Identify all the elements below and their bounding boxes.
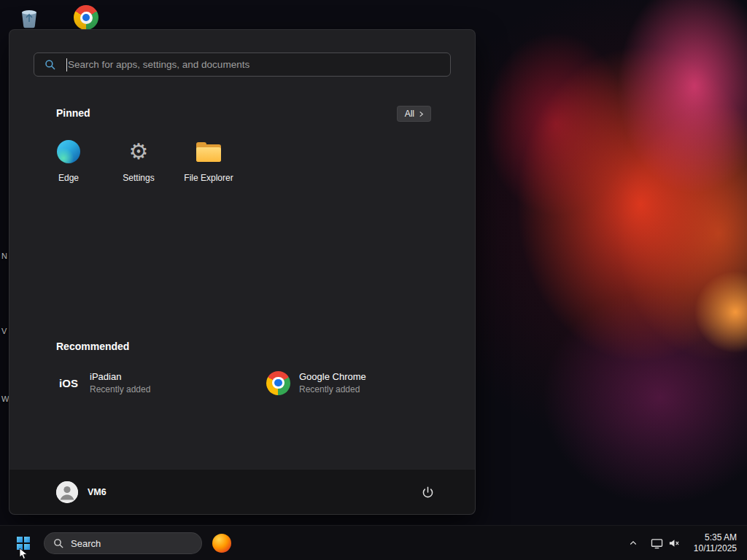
desktop-icon-recycle-bin[interactable] bbox=[18, 6, 41, 31]
pinned-app-label: File Explorer bbox=[184, 173, 233, 183]
recommended-item-detail: Recently added bbox=[299, 384, 366, 394]
speaker-icon bbox=[668, 538, 680, 548]
all-button-label: All bbox=[405, 109, 414, 119]
recommended-section-title: Recommended bbox=[56, 341, 129, 352]
pinned-app-edge[interactable]: Edge bbox=[34, 132, 104, 199]
desktop-label-fragment: N bbox=[1, 252, 7, 260]
mouse-cursor bbox=[19, 548, 29, 560]
power-icon bbox=[421, 486, 435, 499]
clock-time: 5:35 AM bbox=[694, 532, 737, 543]
text-caret bbox=[66, 58, 67, 71]
taskbar-firefox-button[interactable] bbox=[209, 530, 235, 556]
tray-network-volume-button[interactable] bbox=[644, 532, 686, 555]
recommended-item-name: Google Chrome bbox=[299, 371, 366, 382]
desktop-label-fragment: W bbox=[1, 394, 9, 403]
pinned-app-settings[interactable]: ⚙ Settings bbox=[104, 132, 174, 199]
desktop: N V W Pinned All Edge ⚙ Set bbox=[0, 0, 747, 560]
user-name: VM6 bbox=[88, 487, 107, 497]
settings-gear-icon: ⚙ bbox=[129, 140, 149, 163]
pinned-section-title: Pinned bbox=[56, 107, 90, 119]
clock-date: 10/11/2025 bbox=[694, 543, 737, 554]
taskbar-clock[interactable]: 5:35 AM 10/11/2025 bbox=[686, 532, 741, 554]
taskbar: Search 5:35 AM bbox=[0, 525, 747, 560]
recommended-item-detail: Recently added bbox=[90, 384, 150, 394]
recommended-item-google-chrome[interactable]: Google Chrome Recently added bbox=[266, 367, 465, 399]
system-tray: 5:35 AM 10/11/2025 bbox=[622, 526, 747, 560]
recommended-item-name: iPadian bbox=[90, 371, 150, 382]
user-account-button[interactable]: VM6 bbox=[56, 481, 107, 503]
user-avatar-icon bbox=[56, 481, 78, 503]
pinned-app-grid: Edge ⚙ Settings File Explorer bbox=[34, 132, 244, 199]
taskbar-search[interactable]: Search bbox=[44, 532, 202, 554]
ios-icon: iOS bbox=[56, 370, 81, 395]
search-icon bbox=[44, 59, 56, 71]
pinned-app-file-explorer[interactable]: File Explorer bbox=[174, 132, 244, 199]
start-menu-user-bar: VM6 bbox=[9, 469, 475, 514]
tray-overflow-button[interactable] bbox=[622, 532, 644, 555]
display-icon bbox=[651, 538, 663, 549]
pinned-all-button[interactable]: All bbox=[397, 106, 431, 122]
start-search-input[interactable] bbox=[34, 53, 450, 76]
taskbar-search-label: Search bbox=[71, 538, 101, 549]
chevron-right-icon bbox=[418, 111, 425, 117]
start-search-box[interactable] bbox=[34, 52, 451, 77]
pinned-app-label: Edge bbox=[58, 173, 79, 183]
desktop-label-fragment: V bbox=[1, 327, 7, 335]
recommended-item-ipadian[interactable]: iOS iPadian Recently added bbox=[56, 367, 255, 399]
chrome-icon bbox=[74, 5, 98, 30]
start-menu: Pinned All Edge ⚙ Settings bbox=[9, 29, 476, 515]
chevron-up-icon bbox=[629, 539, 638, 548]
folder-icon bbox=[196, 142, 221, 162]
power-button[interactable] bbox=[414, 478, 441, 506]
firefox-icon bbox=[212, 534, 231, 553]
pinned-app-label: Settings bbox=[123, 173, 154, 183]
edge-icon bbox=[57, 140, 80, 163]
search-icon bbox=[53, 538, 64, 549]
desktop-icon-chrome[interactable] bbox=[73, 4, 99, 31]
recycle-bin-icon bbox=[18, 7, 40, 30]
chrome-icon bbox=[266, 371, 290, 395]
